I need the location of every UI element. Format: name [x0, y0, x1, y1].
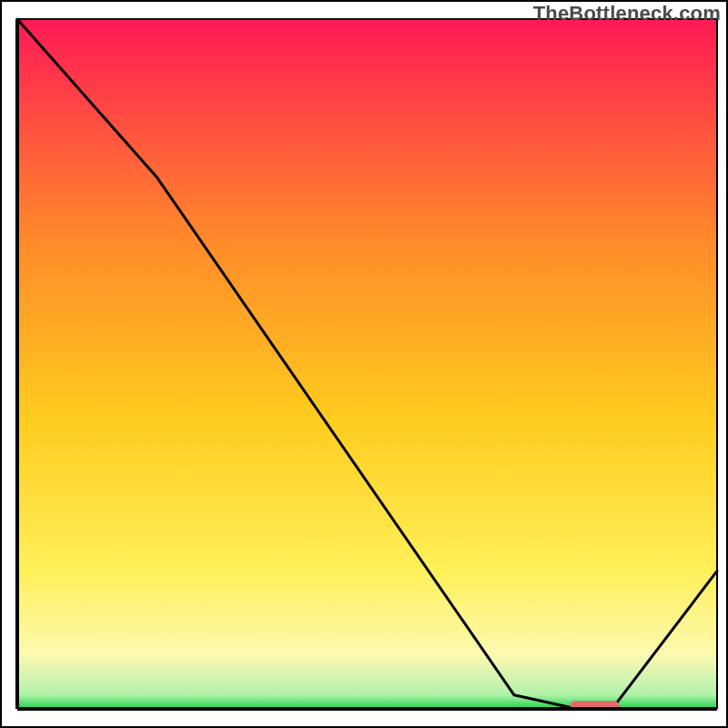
bottleneck-chart [0, 0, 728, 728]
plot-area [17, 19, 717, 710]
watermark-text: TheBottleneck.com [533, 2, 721, 25]
gradient-background [17, 19, 717, 709]
chart-container: TheBottleneck.com [0, 0, 728, 728]
